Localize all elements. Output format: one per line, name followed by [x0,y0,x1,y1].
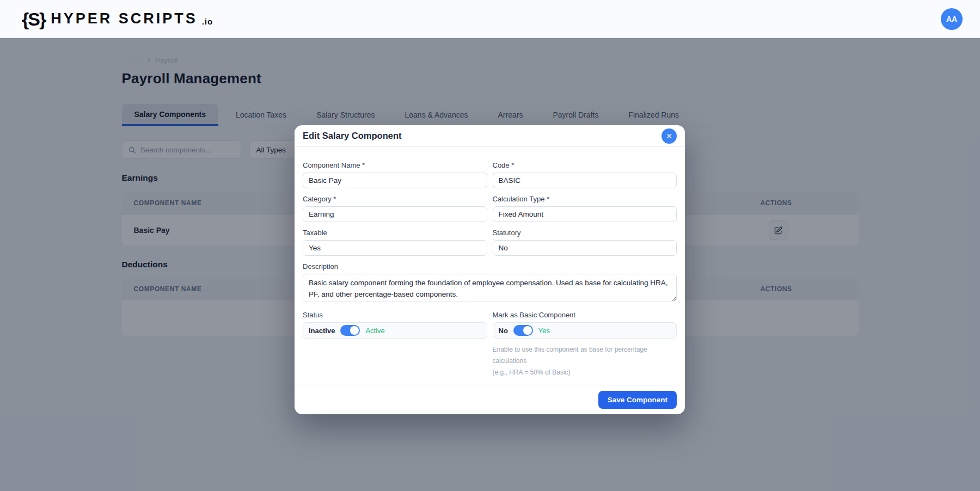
category-input[interactable] [303,206,487,222]
logo-monogram-icon: {S} [22,10,45,28]
close-button[interactable]: ✕ [661,128,677,144]
basic-switch-icon [513,325,533,336]
code-field-group: Code * [493,161,677,188]
taxable-label: Taxable [303,229,487,237]
code-input[interactable] [493,173,677,188]
close-icon: ✕ [666,132,672,140]
calculation-type-field-group: Calculation Type * [493,195,677,222]
status-toggle[interactable]: Inactive Active [303,322,487,339]
status-on-label: Active [365,327,384,335]
modal-header: Edit Salary Component ✕ [295,125,685,147]
component-name-label: Component Name * [303,161,487,169]
statutory-label: Statutory [493,229,677,237]
status-switch-icon [340,325,360,336]
modal-title: Edit Salary Component [303,131,402,141]
logo-suffix: .io [202,17,213,26]
category-field-group: Category * [303,195,487,222]
save-component-button[interactable]: Save Component [598,391,677,409]
basic-off-label: No [499,327,508,335]
basic-component-field-group: Mark as Basic Component No Yes Enable to… [493,311,677,378]
description-label: Description [303,262,677,271]
calculation-type-label: Calculation Type * [493,195,677,203]
logo-wordmark: HYPER SCRIPTS [51,10,198,27]
basic-on-label: Yes [538,327,550,335]
description-field-group: Description [303,262,677,304]
status-off-label: Inactive [309,327,335,335]
status-label: Status [303,311,487,319]
help-line-1: Enable to use this component as base for… [493,344,677,367]
category-label: Category * [303,195,487,203]
status-field-group: Status Inactive Active [303,311,487,378]
app-logo[interactable]: {S} HYPER SCRIPTS .io [22,10,213,28]
calculation-type-input[interactable] [493,206,677,222]
component-name-input[interactable] [303,173,487,188]
modal-footer: Save Component [295,385,685,414]
taxable-field-group: Taxable [303,229,487,256]
basic-component-toggle[interactable]: No Yes [493,322,677,339]
help-line-2: (e.g., HRA = 50% of Basic) [493,367,677,378]
edit-salary-component-modal: Edit Salary Component ✕ Component Name *… [295,125,685,414]
statutory-field-group: Statutory [493,229,677,256]
description-textarea[interactable] [303,274,677,302]
modal-body: Component Name * Code * Category * Calcu… [295,147,685,378]
statutory-input[interactable] [493,240,677,256]
topbar: {S} HYPER SCRIPTS .io AA [0,0,980,38]
code-label: Code * [493,161,677,169]
taxable-input[interactable] [303,240,487,256]
avatar[interactable]: AA [941,8,963,30]
basic-component-help-text: Enable to use this component as base for… [493,344,677,378]
component-name-field-group: Component Name * [303,161,487,188]
basic-component-label: Mark as Basic Component [493,311,677,319]
